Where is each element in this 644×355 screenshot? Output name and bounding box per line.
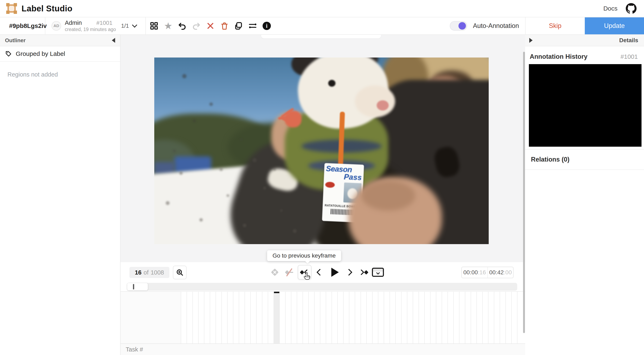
cross-icon xyxy=(206,22,214,30)
chevron-left-icon xyxy=(316,269,324,276)
next-keyframe-icon xyxy=(359,270,368,274)
app-title: Label Studio xyxy=(22,4,72,13)
zoom-button[interactable] xyxy=(173,266,186,279)
timeline-tick xyxy=(291,292,291,344)
regions-empty-message: Regions not added xyxy=(8,71,120,78)
annotation-author: Admin xyxy=(65,19,82,26)
timeline-tick xyxy=(268,292,268,344)
timeline-tick xyxy=(343,292,344,344)
delete-annotation-button[interactable] xyxy=(220,21,229,30)
top-bar: Label Studio Docs xyxy=(0,0,644,17)
annotation-canvas: Season Pass RATATOUILLE BOWERS xyxy=(120,35,525,262)
timeline-footer: Task # xyxy=(120,344,525,355)
skip-button[interactable]: Skip xyxy=(525,17,585,34)
trash-icon xyxy=(220,22,228,30)
video-controls: 16 of 1008 xyxy=(120,262,525,283)
timeline-tick xyxy=(285,292,286,344)
play-button[interactable] xyxy=(328,265,340,280)
add-keyframe-button[interactable] xyxy=(269,265,281,280)
annotation-created: created, 19 minutes ago xyxy=(65,27,116,32)
timeline-tick xyxy=(390,292,390,344)
annotation-history-title: Annotation History xyxy=(530,53,588,60)
relations-header[interactable]: Relations (0) xyxy=(525,149,644,170)
grouped-by-label-selector[interactable]: Grouped by Label xyxy=(0,46,120,62)
expand-right-icon[interactable] xyxy=(529,38,532,43)
annotation-history-id: #1001 xyxy=(620,53,638,60)
timeline-tick xyxy=(204,292,204,344)
next-frame-button[interactable] xyxy=(343,265,355,280)
keyframe-add-icon xyxy=(271,269,279,276)
video-player[interactable]: Season Pass RATATOUILLE BOWERS xyxy=(154,57,489,244)
timeline-tick xyxy=(511,292,512,344)
timeline-tick xyxy=(227,292,228,344)
duplicate-button[interactable] xyxy=(234,21,243,30)
redo-button[interactable] xyxy=(192,21,201,30)
timeline-tick xyxy=(279,292,280,344)
annotation-id: #1001 xyxy=(96,20,112,26)
timeline-tick xyxy=(337,292,338,344)
timeline-tick xyxy=(314,292,314,344)
tag-icon xyxy=(6,51,12,57)
grouping-label: Grouped by Label xyxy=(16,50,65,57)
timeline-tick xyxy=(250,292,251,344)
toggle-interpolation-button[interactable] xyxy=(283,265,295,280)
timeline-tick xyxy=(198,292,198,344)
docs-link[interactable]: Docs xyxy=(604,5,618,12)
frames-box-icon xyxy=(372,268,384,277)
timeline-tick xyxy=(500,292,500,344)
timeline-tick xyxy=(436,292,436,344)
timeline-label-gutter xyxy=(120,292,181,344)
timeline-tick xyxy=(442,292,442,344)
current-time-field[interactable]: 00:00:16 xyxy=(462,267,488,278)
view-all-button[interactable] xyxy=(150,21,158,30)
seek-position-marker xyxy=(133,284,134,289)
ground-truth-button[interactable]: ★ xyxy=(164,21,173,30)
timeline-tick xyxy=(210,292,210,344)
previous-frame-button[interactable] xyxy=(314,265,326,280)
timeline-tick xyxy=(239,292,239,344)
outliner-panel: Outliner Grouped by Label Regions not ad… xyxy=(0,35,120,355)
timeline-tick xyxy=(488,292,488,344)
timeline-tick xyxy=(355,292,355,344)
timeline-tick xyxy=(401,292,402,344)
timeline-tick xyxy=(216,292,216,344)
timeline-tick xyxy=(395,292,396,344)
timeline-tick xyxy=(256,292,256,344)
auto-annotation-toggle[interactable] xyxy=(450,21,467,31)
previous-keyframe-button[interactable] xyxy=(298,265,312,280)
main-scrollbar[interactable] xyxy=(523,52,525,333)
timeline-tick xyxy=(407,292,407,344)
timeline-tick xyxy=(517,292,518,344)
workspace: Outliner Grouped by Label Regions not ad… xyxy=(0,35,644,355)
settings-button[interactable] xyxy=(248,21,257,30)
chevron-down-icon[interactable] xyxy=(132,22,137,27)
timeline-playhead[interactable] xyxy=(274,292,279,344)
frame-counter[interactable]: 16 of 1008 xyxy=(130,267,170,278)
timeline-ruler[interactable] xyxy=(181,292,524,344)
timeline-tick xyxy=(476,292,477,344)
tooltip-text: Go to previous keyframe xyxy=(272,252,336,259)
zoom-in-icon xyxy=(176,269,184,276)
collapse-left-icon[interactable] xyxy=(112,38,115,43)
annotation-history-preview xyxy=(529,64,642,147)
timeline[interactable] xyxy=(120,291,525,344)
duration-time-field[interactable]: 00:42:00 xyxy=(488,267,513,278)
update-button[interactable]: Update xyxy=(585,17,644,34)
timeline-tick xyxy=(302,292,303,344)
timeline-tick xyxy=(424,292,425,344)
timeline-tick xyxy=(192,292,193,344)
next-keyframe-button[interactable] xyxy=(358,265,370,280)
github-icon[interactable] xyxy=(626,3,636,14)
timeline-tick xyxy=(372,292,372,344)
undo-button[interactable] xyxy=(178,21,187,30)
avatar: AD xyxy=(52,21,61,31)
task-id[interactable]: #9pb8Lgs2iv xyxy=(0,17,45,34)
timeline-tick xyxy=(482,292,483,344)
reset-button[interactable] xyxy=(206,21,215,30)
label-studio-app: Label Studio Docs #9pb8Lgs2iv AD Admin #… xyxy=(0,0,644,355)
seekbar-handle[interactable] xyxy=(127,283,148,291)
frames-control-button[interactable] xyxy=(372,265,384,280)
timeline-tick xyxy=(181,292,181,344)
seekbar-track[interactable] xyxy=(127,283,517,291)
info-button[interactable]: i xyxy=(262,21,271,30)
